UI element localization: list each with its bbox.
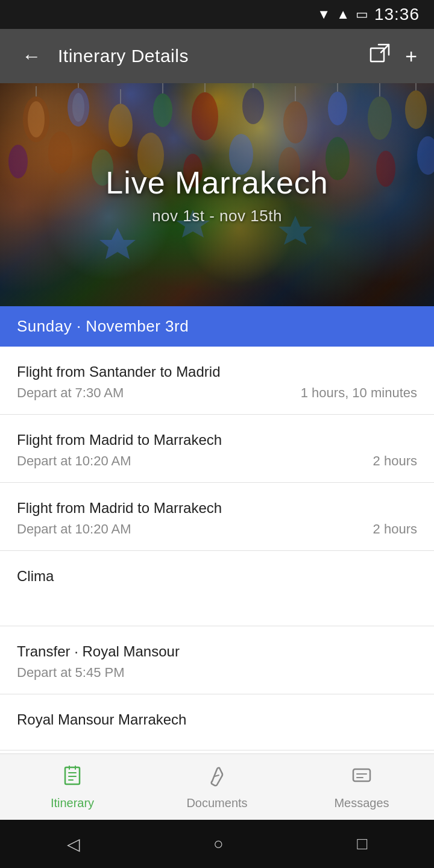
list-item[interactable]: Transfer · Royal Mansour Depart at 5:45 …: [0, 626, 434, 694]
svg-point-17: [328, 92, 347, 125]
app-header: ← Itinerary Details +: [0, 29, 434, 83]
documents-icon: [206, 764, 228, 793]
android-back-button[interactable]: ◁: [67, 834, 80, 854]
list-item[interactable]: Flight from Madrid to Marrakech Depart a…: [0, 415, 434, 483]
add-button[interactable]: +: [405, 45, 417, 68]
svg-point-11: [192, 92, 218, 140]
hero-banner: Live Marrakech nov 1st - nov 15th: [0, 83, 434, 306]
nav-label-messages: Messages: [334, 796, 389, 810]
external-link-icon[interactable]: [369, 43, 391, 69]
wifi-icon: ▼: [317, 7, 330, 22]
item-title: Transfer · Royal Mansour: [17, 643, 417, 660]
svg-point-30: [326, 137, 350, 180]
android-recent-button[interactable]: □: [357, 834, 367, 854]
hero-trip-name: Live Marrakech: [105, 165, 328, 201]
nav-item-itinerary[interactable]: Itinerary: [0, 754, 145, 820]
item-subtitle: Depart at 10:20 AM 2 hours: [17, 453, 417, 469]
day-header: Sunday · November 3rd: [0, 306, 434, 347]
hero-dates: nov 1st - nov 15th: [105, 207, 328, 225]
nav-item-messages[interactable]: Messages: [289, 754, 434, 820]
item-duration: 2 hours: [373, 453, 417, 469]
bottom-nav: Itinerary Documents Messages: [0, 753, 434, 820]
status-time: 13:36: [374, 5, 420, 24]
svg-point-15: [283, 101, 307, 143]
svg-point-32: [417, 136, 434, 175]
status-icons: ▼ ▲ ▭ 13:36: [317, 5, 420, 24]
messages-icon: [350, 764, 373, 793]
header-actions: +: [369, 43, 417, 69]
svg-point-23: [8, 145, 28, 178]
svg-rect-0: [371, 48, 384, 61]
list-item[interactable]: Flight from Madrid to Marrakech Depart a…: [0, 483, 434, 551]
signal-icon: ▲: [336, 7, 350, 22]
back-button[interactable]: ←: [17, 40, 46, 72]
svg-point-21: [405, 90, 427, 129]
svg-rect-37: [353, 769, 370, 781]
item-subtitle: Depart at 7:30 AM 1 hours, 10 minutes: [17, 385, 417, 401]
battery-icon: ▭: [356, 7, 368, 22]
svg-point-2: [28, 101, 45, 137]
itinerary-icon: [61, 764, 84, 793]
item-title: Flight from Santander to Madrid: [17, 363, 417, 380]
item-duration: 1 hours, 10 minutes: [301, 385, 417, 401]
svg-point-9: [153, 93, 172, 127]
item-duration: 2 hours: [373, 521, 417, 537]
item-subtitle: Depart at 5:45 PM: [17, 665, 417, 681]
status-bar: ▼ ▲ ▭ 13:36: [0, 0, 434, 29]
android-nav: ◁ ○ □: [0, 820, 434, 868]
day-label: Sunday · November 3rd: [17, 317, 189, 335]
svg-point-19: [368, 96, 392, 140]
item-depart: Depart at 5:45 PM: [17, 665, 125, 681]
svg-point-24: [48, 131, 72, 174]
svg-point-31: [376, 151, 395, 187]
svg-marker-33: [99, 228, 136, 259]
list-item[interactable]: Royal Mansour Marrakech: [0, 694, 434, 750]
svg-point-13: [242, 88, 264, 124]
list-item[interactable]: Flight from Santander to Madrid Depart a…: [0, 347, 434, 415]
item-title: Clima: [17, 568, 417, 585]
hero-text: Live Marrakech nov 1st - nov 15th: [105, 165, 328, 225]
item-depart: Depart at 7:30 AM: [17, 385, 124, 401]
item-title: Flight from Madrid to Marrakech: [17, 500, 417, 517]
svg-point-5: [72, 93, 84, 122]
android-home-button[interactable]: ○: [213, 834, 224, 854]
nav-item-documents[interactable]: Documents: [145, 754, 289, 820]
item-depart: Depart at 10:20 AM: [17, 453, 131, 469]
nav-label-itinerary: Itinerary: [51, 796, 94, 810]
item-subtitle: Depart at 10:20 AM 2 hours: [17, 521, 417, 537]
item-title: Flight from Madrid to Marrakech: [17, 432, 417, 448]
page-title: Itinerary Details: [58, 46, 357, 66]
item-title: Royal Mansour Marrakech: [17, 711, 417, 728]
nav-label-documents: Documents: [186, 796, 247, 810]
svg-point-7: [108, 104, 133, 147]
list-item[interactable]: Clima: [0, 551, 434, 626]
item-depart: Depart at 10:20 AM: [17, 521, 131, 537]
